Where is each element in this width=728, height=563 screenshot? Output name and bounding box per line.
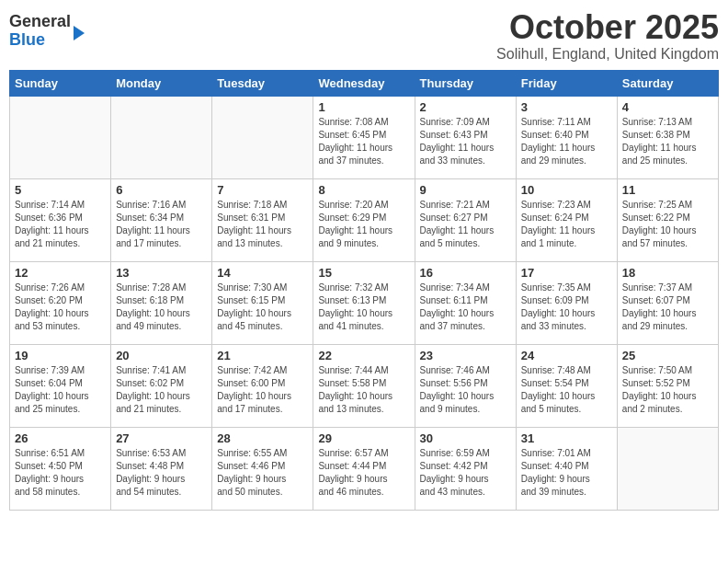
- calendar-cell: 16Sunrise: 7:34 AM Sunset: 6:11 PM Dayli…: [415, 261, 516, 344]
- day-number: 8: [318, 183, 409, 197]
- day-number: 27: [116, 431, 207, 445]
- weekday-header-sunday: Sunday: [10, 70, 111, 96]
- day-info: Sunrise: 7:25 AM Sunset: 6:22 PM Dayligh…: [622, 199, 713, 250]
- calendar-cell: 11Sunrise: 7:25 AM Sunset: 6:22 PM Dayli…: [617, 178, 718, 261]
- day-number: 18: [622, 266, 713, 280]
- day-info: Sunrise: 7:35 AM Sunset: 6:09 PM Dayligh…: [521, 282, 612, 333]
- day-info: Sunrise: 7:48 AM Sunset: 5:54 PM Dayligh…: [521, 364, 612, 416]
- day-number: 16: [420, 266, 511, 280]
- day-info: Sunrise: 7:30 AM Sunset: 6:15 PM Dayligh…: [217, 282, 308, 333]
- calendar-cell: 18Sunrise: 7:37 AM Sunset: 6:07 PM Dayli…: [617, 261, 718, 344]
- calendar-cell: [617, 427, 718, 510]
- day-number: 3: [521, 100, 612, 114]
- logo-blue: Blue: [9, 31, 71, 50]
- day-number: 5: [15, 183, 106, 197]
- day-info: Sunrise: 7:20 AM Sunset: 6:29 PM Dayligh…: [318, 199, 409, 250]
- day-number: 25: [622, 349, 713, 362]
- day-info: Sunrise: 7:16 AM Sunset: 6:34 PM Dayligh…: [116, 199, 207, 250]
- day-info: Sunrise: 7:28 AM Sunset: 6:18 PM Dayligh…: [116, 282, 207, 333]
- calendar-cell: 4Sunrise: 7:13 AM Sunset: 6:38 PM Daylig…: [617, 96, 718, 178]
- calendar-cell: 17Sunrise: 7:35 AM Sunset: 6:09 PM Dayli…: [516, 261, 617, 344]
- calendar-cell: 10Sunrise: 7:23 AM Sunset: 6:24 PM Dayli…: [516, 178, 617, 261]
- day-number: 9: [420, 183, 511, 197]
- day-number: 10: [521, 183, 612, 197]
- calendar-cell: 22Sunrise: 7:44 AM Sunset: 5:58 PM Dayli…: [313, 344, 415, 427]
- day-number: 12: [15, 266, 106, 280]
- calendar-cell: 9Sunrise: 7:21 AM Sunset: 6:27 PM Daylig…: [415, 178, 516, 261]
- day-number: 4: [622, 100, 713, 114]
- day-number: 17: [521, 266, 612, 280]
- day-info: Sunrise: 7:21 AM Sunset: 6:27 PM Dayligh…: [420, 199, 511, 250]
- week-row-4: 19Sunrise: 7:39 AM Sunset: 6:04 PM Dayli…: [10, 344, 719, 427]
- calendar-cell: 14Sunrise: 7:30 AM Sunset: 6:15 PM Dayli…: [212, 261, 313, 344]
- day-info: Sunrise: 7:37 AM Sunset: 6:07 PM Dayligh…: [622, 282, 713, 333]
- day-info: Sunrise: 6:51 AM Sunset: 4:50 PM Dayligh…: [15, 447, 106, 499]
- week-row-1: 1Sunrise: 7:08 AM Sunset: 6:45 PM Daylig…: [10, 96, 719, 178]
- weekday-header-friday: Friday: [516, 70, 617, 96]
- day-number: 20: [116, 349, 207, 362]
- day-number: 1: [318, 100, 409, 114]
- calendar-cell: 24Sunrise: 7:48 AM Sunset: 5:54 PM Dayli…: [516, 344, 617, 427]
- day-number: 21: [217, 349, 308, 362]
- day-number: 24: [521, 349, 612, 362]
- calendar-cell: 5Sunrise: 7:14 AM Sunset: 6:36 PM Daylig…: [10, 178, 111, 261]
- day-info: Sunrise: 7:18 AM Sunset: 6:31 PM Dayligh…: [217, 199, 308, 250]
- day-info: Sunrise: 7:50 AM Sunset: 5:52 PM Dayligh…: [622, 364, 713, 416]
- day-info: Sunrise: 7:13 AM Sunset: 6:38 PM Dayligh…: [622, 116, 713, 167]
- logo-text: General Blue: [9, 13, 71, 50]
- day-number: 15: [318, 266, 409, 280]
- calendar-cell: [111, 96, 212, 178]
- day-number: 28: [217, 431, 308, 445]
- weekday-header-tuesday: Tuesday: [212, 70, 313, 96]
- day-info: Sunrise: 7:34 AM Sunset: 6:11 PM Dayligh…: [420, 282, 511, 333]
- weekday-header-wednesday: Wednesday: [313, 70, 415, 96]
- calendar-cell: 23Sunrise: 7:46 AM Sunset: 5:56 PM Dayli…: [415, 344, 516, 427]
- day-number: 22: [318, 349, 409, 362]
- calendar-cell: 25Sunrise: 7:50 AM Sunset: 5:52 PM Dayli…: [617, 344, 718, 427]
- day-info: Sunrise: 7:46 AM Sunset: 5:56 PM Dayligh…: [420, 364, 511, 416]
- calendar-cell: 7Sunrise: 7:18 AM Sunset: 6:31 PM Daylig…: [212, 178, 313, 261]
- calendar-cell: 1Sunrise: 7:08 AM Sunset: 6:45 PM Daylig…: [313, 96, 415, 178]
- weekday-header-thursday: Thursday: [415, 70, 516, 96]
- day-number: 11: [622, 183, 713, 197]
- weekday-header-row: SundayMondayTuesdayWednesdayThursdayFrid…: [10, 70, 719, 96]
- week-row-2: 5Sunrise: 7:14 AM Sunset: 6:36 PM Daylig…: [10, 178, 719, 261]
- day-info: Sunrise: 7:26 AM Sunset: 6:20 PM Dayligh…: [15, 282, 106, 333]
- day-info: Sunrise: 6:57 AM Sunset: 4:44 PM Dayligh…: [318, 447, 409, 499]
- weekday-header-monday: Monday: [111, 70, 212, 96]
- calendar-cell: 20Sunrise: 7:41 AM Sunset: 6:02 PM Dayli…: [111, 344, 212, 427]
- calendar-cell: 21Sunrise: 7:42 AM Sunset: 6:00 PM Dayli…: [212, 344, 313, 427]
- day-number: 7: [217, 183, 308, 197]
- day-info: Sunrise: 7:14 AM Sunset: 6:36 PM Dayligh…: [15, 199, 106, 250]
- day-info: Sunrise: 7:41 AM Sunset: 6:02 PM Dayligh…: [116, 364, 207, 416]
- day-info: Sunrise: 7:44 AM Sunset: 5:58 PM Dayligh…: [318, 364, 409, 416]
- logo-arrow-icon: [74, 26, 85, 40]
- day-info: Sunrise: 7:23 AM Sunset: 6:24 PM Dayligh…: [521, 199, 612, 250]
- weekday-header-saturday: Saturday: [617, 70, 718, 96]
- calendar-cell: [212, 96, 313, 178]
- day-number: 30: [420, 431, 511, 445]
- week-row-3: 12Sunrise: 7:26 AM Sunset: 6:20 PM Dayli…: [10, 261, 719, 344]
- calendar-cell: 8Sunrise: 7:20 AM Sunset: 6:29 PM Daylig…: [313, 178, 415, 261]
- calendar-cell: 31Sunrise: 7:01 AM Sunset: 4:40 PM Dayli…: [516, 427, 617, 510]
- day-number: 19: [15, 349, 106, 362]
- day-info: Sunrise: 7:09 AM Sunset: 6:43 PM Dayligh…: [420, 116, 511, 167]
- calendar-cell: 12Sunrise: 7:26 AM Sunset: 6:20 PM Dayli…: [10, 261, 111, 344]
- day-info: Sunrise: 6:53 AM Sunset: 4:48 PM Dayligh…: [116, 447, 207, 499]
- day-info: Sunrise: 7:39 AM Sunset: 6:04 PM Dayligh…: [15, 364, 106, 416]
- day-number: 29: [318, 431, 409, 445]
- calendar-cell: 27Sunrise: 6:53 AM Sunset: 4:48 PM Dayli…: [111, 427, 212, 510]
- day-number: 13: [116, 266, 207, 280]
- month-title: October 2025: [496, 9, 719, 46]
- location-title: Solihull, England, United Kingdom: [496, 46, 719, 63]
- logo: General Blue: [9, 13, 85, 50]
- day-info: Sunrise: 7:42 AM Sunset: 6:00 PM Dayligh…: [217, 364, 308, 416]
- page-header: General Blue October 2025 Solihull, Engl…: [9, 9, 719, 63]
- calendar-cell: 30Sunrise: 6:59 AM Sunset: 4:42 PM Dayli…: [415, 427, 516, 510]
- calendar-cell: 2Sunrise: 7:09 AM Sunset: 6:43 PM Daylig…: [415, 96, 516, 178]
- day-number: 14: [217, 266, 308, 280]
- logo-general: General: [9, 13, 71, 31]
- week-row-5: 26Sunrise: 6:51 AM Sunset: 4:50 PM Dayli…: [10, 427, 719, 510]
- calendar-cell: 15Sunrise: 7:32 AM Sunset: 6:13 PM Dayli…: [313, 261, 415, 344]
- day-info: Sunrise: 7:32 AM Sunset: 6:13 PM Dayligh…: [318, 282, 409, 333]
